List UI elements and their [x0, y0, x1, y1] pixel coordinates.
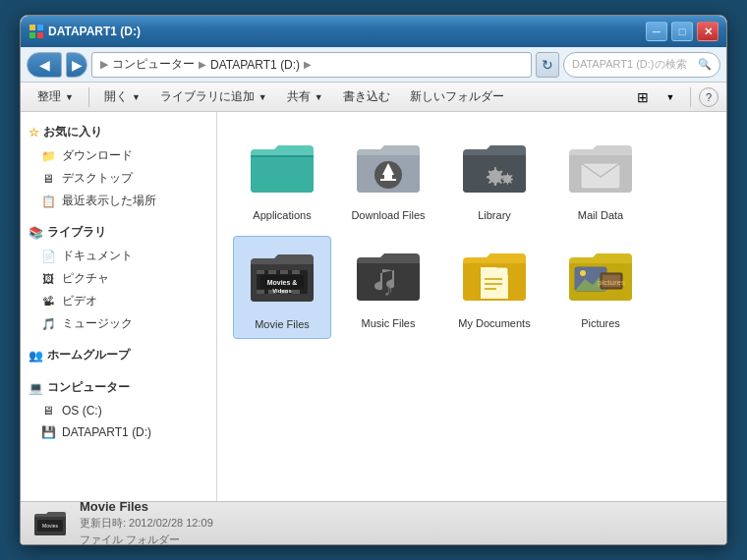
toolbar-right: ⊞ ▼ ?	[631, 85, 718, 109]
movie-files-label: Movie Files	[255, 317, 310, 331]
sidebar-item-download[interactable]: 📁 ダウンロード	[21, 144, 216, 167]
svg-rect-13	[268, 270, 276, 274]
library-folder-icon	[459, 134, 530, 204]
toolbar: 整理 ▼ 開く ▼ ライブラリに追加 ▼ 共有 ▼ 書き込む 新しいフォルダー …	[21, 83, 726, 112]
share-button[interactable]: 共有 ▼	[278, 85, 332, 109]
svg-text:Movies &: Movies &	[267, 279, 298, 286]
music-icon: 🎵	[40, 316, 56, 332]
address-bar: ◀ ▶ ▶ コンピューター ▶ DATAPART1 (D:) ▶ ↻ DATAP…	[21, 47, 726, 83]
pictures-folder-icon: pictures	[565, 242, 636, 312]
folder-pictures[interactable]: pictures Pictures	[551, 236, 650, 338]
svg-rect-0	[29, 25, 35, 30]
add-to-library-button[interactable]: ライブラリに追加 ▼	[151, 85, 276, 109]
d-drive-icon: 💾	[40, 424, 56, 440]
library-dropdown-icon: ▼	[259, 92, 267, 102]
homegroup-icon: 👥	[29, 349, 43, 363]
search-placeholder: DATAPART1 (D:)の検索	[572, 57, 687, 72]
folder-applications[interactable]: Applications	[233, 128, 331, 228]
sidebar-library: 📚 ライブラリ 📄 ドキュメント 🖼 ピクチャ 📽 ビデオ 🎵 ミ	[21, 220, 216, 335]
organize-button[interactable]: 整理 ▼	[29, 85, 83, 109]
status-name: Movie Files	[80, 499, 213, 514]
svg-rect-19	[292, 290, 300, 294]
forward-button[interactable]: ▶	[66, 52, 87, 78]
svg-text:Videos: Videos	[272, 288, 292, 294]
folder-library[interactable]: Library	[445, 128, 544, 228]
download-files-icon	[353, 134, 424, 204]
share-dropdown-icon: ▼	[315, 92, 323, 102]
status-detail-1: 更新日時: 2012/02/28 12:09	[80, 516, 213, 531]
search-box[interactable]: DATAPART1 (D:)の検索 🔍	[563, 52, 720, 78]
svg-text:♪: ♪	[383, 278, 393, 300]
open-button[interactable]: 開く ▼	[95, 85, 149, 109]
path-segment-1: ▶	[100, 58, 108, 71]
svg-rect-1	[37, 25, 43, 30]
refresh-button[interactable]: ↻	[536, 52, 559, 78]
title-bar-controls: ─ □ ✕	[646, 22, 718, 41]
sidebar-item-desktop[interactable]: 🖥 デスクトップ	[21, 167, 216, 190]
pictures-label: Pictures	[581, 316, 620, 330]
svg-rect-2	[29, 32, 35, 38]
status-bar: Movies Movie Files 更新日時: 2012/02/28 12:0…	[21, 501, 726, 544]
path-computer: コンピューター	[112, 56, 195, 73]
view-dropdown-button[interactable]: ▼	[659, 85, 682, 109]
content-area: Applications Download Files	[217, 112, 726, 501]
svg-point-30	[580, 270, 586, 276]
desktop-icon: 🖥	[40, 171, 56, 187]
burn-button[interactable]: 書き込む	[334, 85, 399, 109]
close-button[interactable]: ✕	[697, 22, 718, 41]
download-folder-icon: 📁	[40, 148, 56, 164]
svg-rect-14	[280, 270, 288, 274]
sidebar-computer: 💻 コンピューター 🖥 OS (C:) 💾 DATAPART1 (D:)	[21, 375, 216, 443]
title-bar: DATAPART1 (D:) ─ □ ✕	[21, 16, 726, 47]
main-area: ☆ お気に入り 📁 ダウンロード 🖥 デスクトップ 📋 最近表示した場所	[21, 112, 726, 501]
favorites-header: ☆ お気に入り	[21, 120, 216, 144]
videos-icon: 📽	[40, 294, 56, 309]
star-icon: ☆	[29, 126, 39, 140]
minimize-button[interactable]: ─	[646, 22, 667, 41]
status-info: Movie Files 更新日時: 2012/02/28 12:09 ファイル …	[80, 499, 213, 545]
mail-data-icon	[565, 134, 636, 204]
svg-text:pictures: pictures	[598, 278, 625, 287]
svg-text:Movies: Movies	[42, 523, 58, 529]
sidebar-item-documents[interactable]: 📄 ドキュメント	[21, 245, 216, 267]
folder-download-files[interactable]: Download Files	[339, 128, 437, 228]
sidebar: ☆ お気に入り 📁 ダウンロード 🖥 デスクトップ 📋 最近表示した場所	[21, 112, 217, 501]
sidebar-item-videos[interactable]: 📽 ビデオ	[21, 290, 216, 312]
path-arrow-2: ▶	[304, 59, 312, 70]
back-button[interactable]: ◀	[27, 52, 62, 78]
sidebar-homegroup: 👥 ホームグループ	[21, 343, 216, 367]
svg-rect-15	[292, 270, 300, 274]
mail-data-label: Mail Data	[578, 208, 623, 222]
dropdown-icon: ▼	[65, 92, 74, 102]
download-files-label: Download Files	[351, 208, 425, 222]
status-folder-icon: Movies	[32, 506, 68, 541]
my-documents-icon	[459, 242, 530, 312]
folder-movie-files[interactable]: Movies & Videos Movie Files	[233, 236, 331, 338]
window-icon	[29, 24, 44, 39]
maximize-button[interactable]: □	[671, 22, 693, 41]
documents-icon: 📄	[40, 249, 56, 264]
c-drive-icon: 🖥	[40, 403, 56, 419]
svg-rect-3	[37, 32, 43, 38]
folder-my-documents[interactable]: My Documents	[445, 236, 544, 338]
svg-rect-7	[380, 179, 396, 181]
sidebar-item-recent[interactable]: 📋 最近表示した場所	[21, 190, 216, 212]
explorer-window: DATAPART1 (D:) ─ □ ✕ ◀ ▶ ▶ コンピューター ▶ DAT…	[20, 15, 727, 545]
sidebar-item-pictures[interactable]: 🖼 ピクチャ	[21, 267, 216, 290]
recent-icon: 📋	[40, 194, 56, 209]
folder-mail-data[interactable]: Mail Data	[551, 128, 650, 228]
movie-files-icon: Movies & Videos	[247, 243, 317, 313]
library-label: Library	[478, 208, 511, 222]
sidebar-item-music[interactable]: 🎵 ミュージック	[21, 312, 216, 335]
sidebar-favorites: ☆ お気に入り 📁 ダウンロード 🖥 デスクトップ 📋 最近表示した場所	[21, 120, 216, 212]
svg-rect-16	[257, 290, 264, 294]
address-path[interactable]: ▶ コンピューター ▶ DATAPART1 (D:) ▶	[91, 52, 532, 78]
sidebar-item-d-drive[interactable]: 💾 DATAPART1 (D:)	[21, 421, 216, 443]
help-button[interactable]: ?	[699, 87, 718, 107]
new-folder-button[interactable]: 新しいフォルダー	[401, 85, 513, 109]
sidebar-item-c-drive[interactable]: 🖥 OS (C:)	[21, 400, 216, 421]
open-dropdown-icon: ▼	[132, 92, 141, 102]
folder-music-files[interactable]: ♪ Music Files	[339, 236, 437, 338]
path-arrow-1: ▶	[199, 59, 206, 70]
view-toggle-button[interactable]: ⊞	[631, 85, 655, 109]
